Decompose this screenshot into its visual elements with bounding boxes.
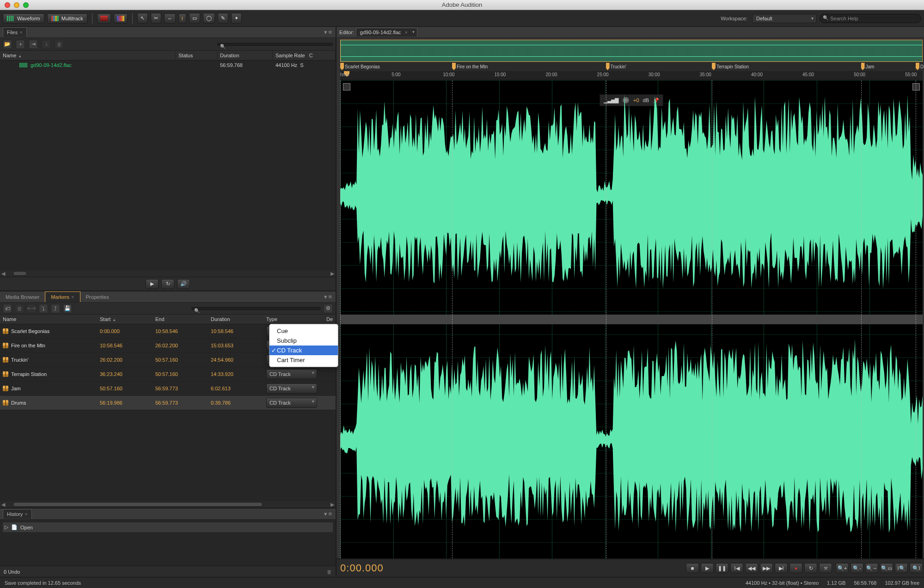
export-audio-button[interactable]: 💾	[63, 304, 72, 313]
panel-menu-button[interactable]: ▾≡	[321, 291, 336, 302]
marker-duration[interactable]: 10:58.546	[208, 327, 263, 336]
marker-end[interactable]: 26:02.200	[153, 341, 208, 350]
close-icon[interactable]: ×	[19, 30, 22, 35]
move-tool[interactable]: ↖	[137, 13, 148, 24]
marquee-tool[interactable]: ▭	[189, 13, 200, 24]
marker-type-dropdown[interactable]: CD Track	[266, 369, 317, 379]
rewind-button[interactable]: ◀◀	[745, 563, 758, 573]
forward-button[interactable]: ▶▶	[760, 563, 773, 573]
marker-row[interactable]: Drums 56:19.986 56:59.773 0:39.786 CD Tr…	[0, 396, 336, 410]
play-button[interactable]: ▶	[701, 563, 714, 573]
media-browser-tab[interactable]: Media Browser	[0, 292, 45, 302]
mcol-type[interactable]: Type	[263, 315, 324, 324]
marker-filter-options[interactable]: ⚙	[324, 304, 333, 313]
popup-item-subclip[interactable]: Subclip	[269, 336, 338, 346]
col-name[interactable]: Name▲	[0, 51, 176, 60]
trash-icon[interactable]: 🗑	[327, 569, 332, 575]
panel-menu-button[interactable]: ▾≡	[324, 29, 333, 36]
workspace-dropdown[interactable]: Default	[752, 14, 817, 23]
zoom-in-button[interactable]: 🔍+	[836, 563, 849, 573]
skip-selection-button[interactable]: ⤲	[819, 563, 832, 573]
marker-end[interactable]: 56:59.773	[153, 384, 208, 393]
col-sample-rate[interactable]: Sample Rate C	[273, 51, 336, 60]
overview-waveform[interactable]	[340, 40, 923, 62]
timeline-marker[interactable]: Fire on the Mtn	[452, 62, 488, 71]
pause-button[interactable]: ❚❚	[716, 563, 728, 573]
panel-menu-button[interactable]: ▾≡	[324, 510, 333, 517]
razor-tool[interactable]: ✂	[151, 13, 161, 24]
marker-start[interactable]: 26:02.200	[97, 355, 153, 364]
insert-markers-button[interactable]: ⤵	[39, 304, 48, 313]
marker-start[interactable]: 56:19.986	[97, 398, 153, 407]
marker-duration[interactable]: 0:39.786	[208, 398, 263, 407]
markers-tab[interactable]: Markers×	[45, 291, 80, 302]
file-row[interactable]: gd90-09-14d2.flac 56:59.768 44100 Hz S	[0, 61, 336, 70]
preview-play-button[interactable]: ▶	[146, 279, 159, 289]
popup-item-cd-track[interactable]: CD Track	[269, 346, 338, 355]
files-hscroll[interactable]: ◀▶	[0, 270, 336, 277]
close-icon[interactable]: ×	[405, 30, 408, 35]
multitrack-mode-button[interactable]: Multitrack	[47, 13, 87, 24]
skip-start-button[interactable]: I◀	[730, 563, 743, 573]
marker-end[interactable]: 50:57.160	[153, 355, 208, 364]
current-time-display[interactable]: 0:00.000	[340, 562, 682, 574]
marker-duration[interactable]: 24:54.960	[208, 355, 263, 364]
open-file-button[interactable]: 📂	[3, 40, 12, 49]
mcol-duration[interactable]: Duration	[208, 315, 263, 324]
import-button[interactable]: ⇥	[29, 40, 38, 49]
close-icon[interactable]: ×	[24, 511, 27, 517]
marker-row[interactable]: Jam 50:57.160 56:59.773 6:02.613 CD Trac…	[0, 382, 336, 396]
timeline-marker[interactable]: Scarlet Begonias	[340, 62, 380, 71]
zoom-out-button[interactable]: 🔍-	[851, 563, 863, 573]
stop-button[interactable]: ■	[686, 563, 699, 573]
add-marker-button[interactable]: 🏷	[3, 304, 12, 313]
mcol-start[interactable]: Start▲	[97, 315, 153, 324]
time-selection-tool[interactable]: I	[178, 13, 186, 24]
zoom-out-point-button[interactable]: 🔍I	[910, 563, 923, 573]
marker-type-dropdown[interactable]: CD Track	[266, 398, 317, 408]
preview-loop-button[interactable]: ↻	[161, 279, 174, 289]
brush-tool[interactable]: ✎	[218, 13, 228, 24]
marker-duration[interactable]: 6:02.613	[208, 384, 263, 393]
zoom-in-point-button[interactable]: I🔍	[895, 563, 908, 573]
marker-end[interactable]: 10:58.546	[153, 327, 208, 336]
spectral-freq-button[interactable]	[97, 13, 111, 24]
marker-row[interactable]: Terrapin Station 36:23.240 50:57.160 14:…	[0, 367, 336, 382]
skip-end-button[interactable]: ▶I	[775, 563, 788, 573]
popup-item-cue[interactable]: Cue	[269, 326, 338, 336]
waveform-display[interactable]: ▁▃▅▇ +0 dB 📌 L R	[340, 80, 923, 558]
mcol-end[interactable]: End	[153, 315, 208, 324]
col-duration[interactable]: Duration	[217, 51, 273, 60]
time-ruler[interactable]: hms5:0010:0015:0020:0025:0030:0035:0040:…	[340, 71, 923, 80]
slip-tool[interactable]: ↔	[164, 13, 176, 24]
marker-timeline[interactable]: Scarlet BegoniasFire on the MtnTruckin'T…	[340, 62, 923, 71]
popup-item-cart-timer[interactable]: Cart Timer	[269, 355, 338, 365]
marker-start[interactable]: 0:00.000	[97, 327, 153, 336]
marker-start[interactable]: 36:23.240	[97, 370, 153, 379]
editor-file-tab[interactable]: gd90-09-14d2.flac ×	[356, 28, 417, 36]
mcol-name[interactable]: Name	[0, 315, 97, 324]
files-filter-input[interactable]	[217, 43, 333, 46]
lasso-tool[interactable]: ◯	[203, 13, 215, 24]
timeline-marker[interactable]: Jam	[861, 62, 875, 71]
spot-heal-tool[interactable]: ✦	[231, 13, 242, 24]
history-item[interactable]: ▷ 📄 Open	[3, 522, 333, 532]
timeline-marker[interactable]: Truckin'	[606, 62, 626, 71]
marker-end[interactable]: 50:57.160	[153, 370, 208, 379]
waveform-mode-button[interactable]: Waveform	[3, 13, 44, 24]
history-tab[interactable]: History×	[3, 509, 32, 519]
markers-filter-input[interactable]	[191, 307, 321, 310]
marker-duration[interactable]: 14:33.920	[208, 370, 263, 379]
search-help-input[interactable]: Search Help	[820, 14, 921, 23]
record-button[interactable]: ●	[789, 563, 802, 573]
markers-hscroll[interactable]: ◀▶	[0, 501, 336, 508]
marker-type-dropdown[interactable]: CD Track	[266, 383, 317, 394]
preview-autoplay-button[interactable]: 🔊	[177, 279, 190, 289]
loop-button[interactable]: ↻	[804, 563, 817, 573]
close-icon[interactable]: ×	[71, 294, 74, 300]
timeline-marker[interactable]: Drums	[916, 62, 924, 71]
marker-start[interactable]: 10:58.546	[97, 341, 153, 350]
zoom-full-button[interactable]: 🔍↔	[865, 563, 878, 573]
properties-tab[interactable]: Properties	[80, 292, 115, 302]
export-markers-button[interactable]: ⤴	[51, 304, 60, 313]
